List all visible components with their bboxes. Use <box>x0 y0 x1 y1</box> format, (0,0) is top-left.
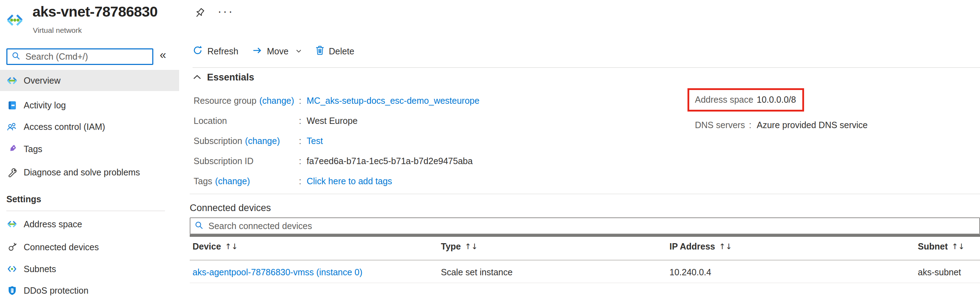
colon: : <box>299 155 307 167</box>
field-label: Tags <box>194 176 212 186</box>
colon: : <box>299 135 307 147</box>
shield-icon <box>6 286 18 296</box>
field-label: Subscription <box>194 136 242 146</box>
essentials-row-address-space: Address space : 10.0.0.0/8 <box>695 94 796 106</box>
refresh-button[interactable]: Refresh <box>192 45 239 57</box>
move-label: Move <box>267 46 289 57</box>
sidebar-collapse-button[interactable]: « <box>160 48 166 62</box>
sidebar-item-label: Diagnose and solve problems <box>24 167 140 178</box>
device-subnet-cell: aks-subnet <box>918 267 961 278</box>
sidebar-divider <box>6 211 165 211</box>
horizontal-scrollbar[interactable] <box>190 234 980 237</box>
sidebar-search-box[interactable] <box>6 48 153 65</box>
field-label: DNS servers <box>695 119 749 131</box>
sort-icon: ↑↓ <box>952 242 965 251</box>
move-button[interactable]: Move <box>253 46 301 57</box>
sidebar-item-access-control[interactable]: Access control (IAM) <box>0 116 179 137</box>
connected-devices-search-input[interactable] <box>208 221 979 232</box>
connected-devices-title: Connected devices <box>190 203 271 214</box>
sidebar-item-address-space[interactable]: Address space <box>0 214 179 235</box>
address-space-highlight: Address space : 10.0.0.0/8 <box>687 88 804 111</box>
essentials-row-subscription-id: Subscription ID : fa7eed6a-b71a-1ec5-b71… <box>194 155 473 167</box>
section-divider <box>190 194 980 194</box>
search-icon <box>195 221 204 231</box>
sort-icon: ↑↓ <box>719 242 732 251</box>
column-header-subnet[interactable]: Subnet ↑↓ <box>918 241 965 252</box>
sidebar-search-input[interactable] <box>25 51 152 62</box>
field-label: Subscription ID <box>194 156 254 166</box>
sidebar-item-label: Tags <box>24 144 42 154</box>
essentials-row-location: Location : West Europe <box>194 115 358 127</box>
sidebar-section-settings: Settings <box>6 194 41 204</box>
page-title: aks-vnet-78786830 <box>32 3 158 20</box>
sidebar-item-tags[interactable]: Tags <box>0 138 179 160</box>
refresh-icon <box>192 45 203 57</box>
device-link[interactable]: aks-agentpool-78786830-vmss (instance 0) <box>192 267 363 278</box>
activity-log-icon <box>6 101 18 110</box>
column-header-device[interactable]: Device ↑↓ <box>192 241 238 252</box>
virtual-network-icon <box>6 77 18 84</box>
pin-button[interactable] <box>194 8 206 22</box>
dns-servers-value: Azure provided DNS service <box>757 119 868 131</box>
sidebar-item-label: Activity log <box>24 100 66 111</box>
subscription-id-value: fa7eed6a-b71a-1ec5-b71a-b7d2e9475aba <box>307 155 473 167</box>
column-header-type[interactable]: Type ↑↓ <box>441 241 477 252</box>
essentials-row-subscription: Subscription(change) : Test <box>194 135 323 147</box>
connected-devices-search-box[interactable] <box>190 217 980 234</box>
column-header-ip-address[interactable]: IP Address ↑↓ <box>670 241 732 252</box>
essentials-title: Essentials <box>207 72 255 83</box>
add-tags-link[interactable]: Click here to add tags <box>307 175 392 187</box>
subscription-link[interactable]: Test <box>307 135 323 147</box>
sidebar-item-overview[interactable]: Overview <box>0 70 179 91</box>
sort-icon: ↑↓ <box>465 242 478 251</box>
colon: : <box>749 119 757 131</box>
field-label: Location <box>194 116 227 125</box>
sidebar-item-diagnose[interactable]: Diagnose and solve problems <box>0 162 179 183</box>
chevron-down-icon <box>296 49 301 53</box>
essentials-row-dns-servers: DNS servers : Azure provided DNS service <box>695 119 868 131</box>
virtual-network-icon <box>6 221 18 228</box>
column-label: Subnet <box>918 241 948 252</box>
change-link[interactable]: (change) <box>245 136 280 146</box>
essentials-row-resource-group: Resource group(change) : MC_aks-setup-do… <box>194 95 479 106</box>
search-icon <box>12 52 21 62</box>
page-subtitle: Virtual network <box>33 26 82 35</box>
tags-icon <box>6 144 18 154</box>
trash-icon <box>315 46 324 57</box>
sidebar-item-connected-devices[interactable]: Connected devices <box>0 237 179 258</box>
resource-group-link[interactable]: MC_aks-setup-docs_esc-demo_westeurope <box>307 95 479 106</box>
table-header-divider <box>190 260 980 260</box>
sidebar-item-ddos-protection[interactable]: DDoS protection <box>0 280 179 300</box>
refresh-label: Refresh <box>207 46 239 57</box>
subnet-icon <box>6 265 18 273</box>
sidebar-item-subnets[interactable]: Subnets <box>0 258 179 279</box>
sidebar-item-label: Access control (IAM) <box>24 122 105 132</box>
delete-label: Delete <box>329 46 354 57</box>
colon: : <box>299 95 307 106</box>
more-options-button[interactable]: ··· <box>218 5 234 17</box>
essentials-row-tags: Tags(change) : Click here to add tags <box>194 175 392 187</box>
device-ip-cell: 10.240.0.4 <box>670 267 711 278</box>
change-link[interactable]: (change) <box>259 96 294 106</box>
essentials-toggle[interactable]: Essentials <box>193 72 255 83</box>
sidebar-item-activity-log[interactable]: Activity log <box>0 95 179 116</box>
delete-button[interactable]: Delete <box>315 46 354 57</box>
sidebar-item-label: Address space <box>24 219 82 229</box>
sort-icon: ↑↓ <box>225 242 238 251</box>
sidebar-item-label: Connected devices <box>24 242 99 252</box>
column-label: Device <box>192 241 221 252</box>
device-type-cell: Scale set instance <box>441 267 512 278</box>
command-bar: Refresh Move <box>192 42 354 60</box>
chevron-up-icon <box>193 75 201 81</box>
plug-icon <box>6 243 18 252</box>
change-link[interactable]: (change) <box>215 176 250 186</box>
colon: : <box>299 175 307 187</box>
field-label: Address space <box>695 94 749 106</box>
toolbar-divider <box>192 67 980 68</box>
access-control-icon <box>6 122 18 131</box>
wrench-icon <box>6 168 18 177</box>
column-label: Type <box>441 241 461 252</box>
sidebar-item-label: Subnets <box>24 264 56 274</box>
address-space-value: 10.0.0.0/8 <box>757 94 796 106</box>
column-label: IP Address <box>670 241 715 252</box>
